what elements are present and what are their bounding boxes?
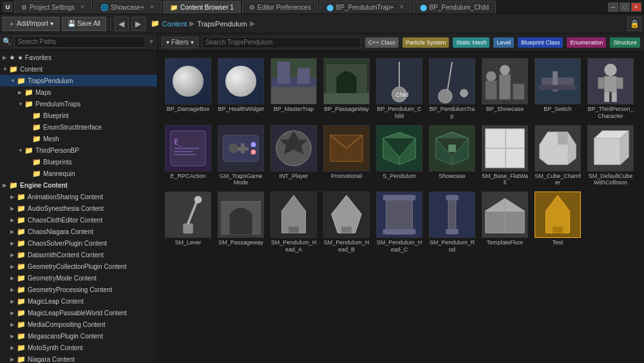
tree-megascans[interactable]: ▶ 📁 MegascansPlugin Content <box>0 330 157 342</box>
asset-bp-health-widget[interactable]: BP_HealthWidget <box>216 57 266 121</box>
tree-geometry-processing[interactable]: ▶ 📁 GeometryProcessing Content <box>0 284 157 295</box>
asset-sm-base-flat-wall[interactable]: SM_Base_FlatWall <box>480 124 530 188</box>
asset-template-floor[interactable]: TemplateFloor <box>480 190 530 255</box>
filter-static-mesh[interactable]: Static Mesh <box>453 37 489 48</box>
tree-blueprints[interactable]: 📁 Blueprints <box>0 156 157 168</box>
tab-bp-pendulum-child[interactable]: ⬤ BP_Pendulum_Child <box>413 1 496 14</box>
asset-label: BP_MasterTrap <box>274 106 314 113</box>
tree-engine-content[interactable]: ▶ 📁 Engine Content <box>0 179 157 191</box>
maps-label: Maps <box>35 89 51 96</box>
expand-arrow: ▶ <box>3 55 9 61</box>
tree-animation-sharing[interactable]: ▶ 📁 AnimationSharing Content <box>0 191 157 202</box>
magic-leap-passable-label: MagicLeapPassableWorld Content <box>28 309 127 317</box>
tree-pendulum-traps[interactable]: ▼ 📁 PendulumTraps <box>0 98 157 110</box>
asset-sm-pendulum-head-a[interactable]: SM_Pendulum_Head_A <box>269 190 319 255</box>
save-all-button[interactable]: 💾 Save All <box>62 17 106 31</box>
filter-particle-system[interactable]: Particle System <box>402 37 450 48</box>
tree-chaos-cloth[interactable]: ▶ 📁 ChaosClothEditor Content <box>0 214 157 226</box>
asset-sm-default-cube[interactable]: SM_DefaultCubeWithCollision <box>585 124 636 188</box>
expand-arrow: ▶ <box>10 333 17 339</box>
tree-chaos-solver[interactable]: ▶ 📁 ChaosSolverPlugin Content <box>0 237 157 249</box>
asset-bp-passage-way[interactable]: BP_PassageWay <box>321 57 372 121</box>
tree-geometry-mode[interactable]: ▶ 📁 GeometryMode Content <box>0 272 157 284</box>
asset-label: SM_Pendulum_Head_C <box>375 239 423 253</box>
asset-s-pendulum[interactable]: S_Pendulum <box>374 124 424 188</box>
breadcrumb-traps-pendulum[interactable]: TrapsPendulum <box>197 20 247 28</box>
tree-traps-pendulum[interactable]: ▼ 📁 TrapsPendulum <box>0 75 157 86</box>
svg-rect-63 <box>553 227 563 233</box>
tab-close-icon[interactable]: ✕ <box>80 4 85 10</box>
tree-magic-leap-passable[interactable]: ▶ 📁 MagicLeapPassableWorld Content <box>0 307 157 319</box>
folder-icon: 📁 <box>17 355 26 364</box>
search-icon: 🔍 <box>3 37 12 46</box>
content-search-input[interactable] <box>202 37 361 48</box>
pillar-visual <box>377 191 422 238</box>
filter-level[interactable]: Level <box>493 37 514 48</box>
tree-enum-struct[interactable]: 📁 EnumStructInterface <box>0 121 157 133</box>
asset-showcase[interactable]: Showcase <box>427 124 477 188</box>
asset-bp-pendulum-child[interactable]: Child BP_Pendulum_Child <box>374 57 424 121</box>
tree-audio-synesthesia[interactable]: ▶ 📁 AudioSynesthesia Content <box>0 202 157 214</box>
tab-editor-prefs[interactable]: ⚙ Editor Preferences <box>242 1 318 14</box>
search-input[interactable] <box>14 36 146 48</box>
tab-content-browser[interactable]: 📁 Content Browser 1 <box>163 1 241 14</box>
expand-arrow: ▶ <box>10 229 17 235</box>
maximize-button[interactable]: □ <box>620 3 630 12</box>
blueprint-label: Blueprint <box>43 112 68 119</box>
favorites-item[interactable]: ▶ ★ ★ Favorites <box>0 52 157 63</box>
close-button[interactable]: ✕ <box>631 3 641 12</box>
asset-gm-traps-game-mode[interactable]: GM_TrapsGameMode <box>216 124 266 188</box>
filter-cpp-class[interactable]: C++ Class <box>365 37 399 48</box>
filters-button[interactable]: ▾ Filters ▾ <box>162 37 198 48</box>
filter-blueprint-class[interactable]: Blueprint Class <box>518 37 564 48</box>
asset-e-rpc-action[interactable]: E_ E_RPCAction <box>163 124 213 188</box>
asset-promotional[interactable]: Promotional <box>321 124 372 188</box>
svg-rect-45 <box>594 138 621 164</box>
asset-sm-passageway[interactable]: SM_Passageway <box>216 190 266 255</box>
tab-close-icon[interactable]: ✕ <box>399 4 404 10</box>
asset-sm-cube-chamfer[interactable]: SM_Cube_Chamfer <box>533 124 583 188</box>
tree-media-compositing[interactable]: ▶ 📁 MediaCompositing Content <box>0 319 157 330</box>
tree-maps[interactable]: ▶ 📁 Maps <box>0 86 157 98</box>
asset-bp-damage-box[interactable]: BP_DamageBox <box>163 57 213 121</box>
tab-bp-pendulum-trap[interactable]: ⬤ BP_PendulumTrap+ ✕ <box>319 1 412 14</box>
tab-project-settings[interactable]: ⚙ Project Settings ✕ <box>14 1 92 14</box>
forward-button[interactable]: ▶ <box>131 17 146 31</box>
asset-bp-switch[interactable]: BP_Switch <box>533 57 583 121</box>
filter-structure[interactable]: Structure <box>610 37 640 48</box>
chaos-niagara-label: ChaosNiagara Content <box>28 228 93 235</box>
asset-bp-master-trap[interactable]: BP_MasterTrap <box>269 57 319 121</box>
breadcrumb-content[interactable]: Content <box>162 20 187 28</box>
asset-sm-lever[interactable]: SM_Lever <box>163 190 213 255</box>
asset-sm-pendulum-head-b[interactable]: SM_Pendulum_Head_B <box>321 190 372 255</box>
lock-button[interactable]: 🔒 <box>627 17 641 31</box>
folder-icon: 📁 <box>17 309 26 317</box>
tree-mannequin[interactable]: 📁 Mannequin <box>0 168 157 179</box>
tree-motosynth[interactable]: ▶ 📁 MotoSynth Content <box>0 342 157 353</box>
datasmith-label: DatasmithContent Content <box>28 251 104 259</box>
tree-chaos-niagara[interactable]: ▶ 📁 ChaosNiagara Content <box>0 226 157 237</box>
tree-magic-leap[interactable]: ▶ 📁 MagicLeap Content <box>0 295 157 307</box>
tab-close-icon[interactable]: ✕ <box>149 4 155 10</box>
back-button[interactable]: ◀ <box>115 17 129 31</box>
tree-blueprint[interactable]: 📁 Blueprint <box>0 110 157 121</box>
tree-content[interactable]: ▼ 📁 Content <box>0 63 157 75</box>
asset-bp-pendulum-trap[interactable]: BP_PendulumTrap <box>427 57 477 121</box>
tree-datasmith[interactable]: ▶ 📁 DatasmithContent Content <box>0 249 157 260</box>
tree-mesh[interactable]: 📁 Mesh <box>0 133 157 144</box>
asset-test[interactable]: Test <box>533 190 583 255</box>
asset-sm-pendulum-rod[interactable]: SM_Pendulum_Rod <box>427 190 477 255</box>
asset-int-player[interactable]: INT_Player <box>269 124 319 188</box>
asset-label: SM_Base_FlatWall <box>481 173 529 187</box>
asset-bp-third-person[interactable]: BP_ThirdPerson_Character <box>585 57 636 121</box>
asset-sm-pendulum-head-c[interactable]: SM_Pendulum_Head_C <box>374 190 424 255</box>
filter-enumeration[interactable]: Enumeration <box>567 37 606 48</box>
asset-bp-showcase[interactable]: BP_Showcase <box>480 57 530 121</box>
minimize-button[interactable]: ─ <box>608 3 618 12</box>
tree-third-person-bp[interactable]: ▼ 📁 ThirdPersonBP <box>0 144 157 156</box>
tab-showcase[interactable]: 🌐 Showcase+ ✕ <box>93 1 162 14</box>
media-compositing-label: MediaCompositing Content <box>28 321 106 328</box>
tree-niagara[interactable]: ▶ 📁 Niagara Content <box>0 353 157 363</box>
tree-geometry-collection[interactable]: ▶ 📁 GeometryCollectionPlugin Content <box>0 260 157 272</box>
add-import-button[interactable]: ＋ Add/Import ▾ <box>3 17 59 31</box>
